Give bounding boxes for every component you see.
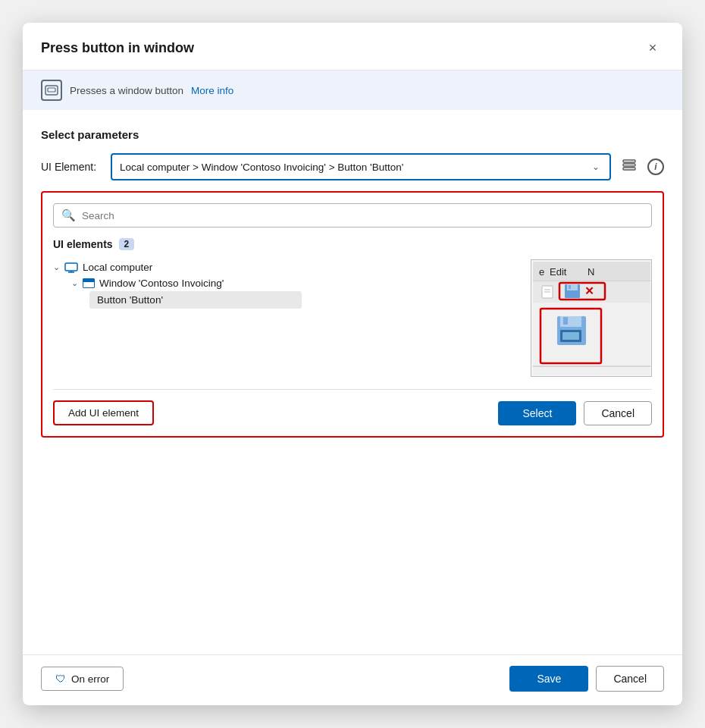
- save-button[interactable]: Save: [509, 666, 588, 692]
- svg-rect-28: [562, 332, 579, 340]
- chevron-collapse-icon: ⌄: [53, 262, 60, 272]
- element-tree: ⌄ Local computer ⌄ Window 'Contoso Invoi…: [53, 259, 519, 309]
- search-icon: 🔍: [61, 209, 76, 222]
- field-label: UI Element:: [41, 161, 103, 173]
- svg-text:Edit: Edit: [550, 266, 567, 278]
- svg-rect-2: [623, 164, 635, 166]
- shield-icon: 🛡: [55, 673, 66, 685]
- ui-elements-header: UI elements 2: [53, 238, 652, 250]
- svg-text:N: N: [588, 266, 594, 278]
- tree-button-label: Button 'Button': [97, 294, 163, 306]
- ui-element-value: Local computer > Window 'Contoso Invoici…: [120, 162, 590, 173]
- cancel-button[interactable]: Cancel: [596, 666, 664, 692]
- info-text: Presses a window button: [70, 85, 183, 96]
- select-button[interactable]: Select: [498, 401, 576, 425]
- svg-rect-21: [569, 285, 571, 289]
- svg-text:e: e: [539, 266, 544, 278]
- dropdown-footer: Add UI element Select Cancel: [53, 389, 652, 425]
- tree-item-root[interactable]: ⌄ Local computer: [53, 259, 519, 275]
- on-error-label: On error: [71, 673, 109, 685]
- search-box: 🔍: [53, 203, 652, 228]
- preview-image: e Edit N: [531, 259, 652, 377]
- svg-rect-4: [623, 160, 635, 162]
- ui-elements-label: UI elements: [53, 238, 113, 250]
- info-icon[interactable]: i: [647, 158, 664, 175]
- tree-root-label: Local computer: [83, 262, 152, 273]
- ui-element-dropdown[interactable]: Local computer > Window 'Contoso Invoici…: [111, 153, 611, 180]
- info-bar: Presses a window button More info: [23, 71, 682, 110]
- ui-elements-badge: 2: [119, 238, 135, 250]
- window-icon: [83, 278, 95, 288]
- layers-icon[interactable]: [619, 156, 640, 177]
- close-button[interactable]: ×: [641, 36, 664, 59]
- svg-text:✕: ✕: [584, 284, 594, 297]
- more-info-link[interactable]: More info: [191, 85, 233, 96]
- chevron-down-icon: ⌄: [590, 161, 602, 173]
- section-title: Select parameters: [41, 128, 664, 141]
- dropdown-panel: 🔍 UI elements 2 ⌄: [41, 191, 664, 438]
- press-button-icon: [41, 80, 62, 101]
- tree-window-label: Window 'Contoso Invoicing': [99, 278, 224, 289]
- dialog: Press button in window × Presses a windo…: [23, 23, 682, 705]
- dropdown-cancel-button[interactable]: Cancel: [584, 401, 652, 425]
- on-error-button[interactable]: 🛡 On error: [41, 667, 124, 691]
- svg-rect-3: [623, 168, 635, 170]
- dropdown-action-buttons: Select Cancel: [498, 401, 652, 425]
- dialog-title: Press button in window: [41, 40, 194, 56]
- svg-rect-26: [563, 317, 568, 325]
- chevron-window-icon: ⌄: [71, 278, 78, 288]
- tree-area: ⌄ Local computer ⌄ Window 'Contoso Invoi…: [53, 259, 652, 377]
- monitor-icon: [64, 262, 78, 273]
- dialog-header: Press button in window ×: [23, 23, 682, 71]
- footer-actions: Save Cancel: [509, 666, 664, 692]
- tree-item-window[interactable]: ⌄ Window 'Contoso Invoicing': [71, 275, 519, 291]
- svg-rect-1: [48, 88, 55, 92]
- dialog-body: Select parameters UI Element: Local comp…: [23, 110, 682, 654]
- dialog-footer: 🛡 On error Save Cancel: [23, 654, 682, 705]
- add-ui-element-button[interactable]: Add UI element: [53, 400, 154, 425]
- field-row: UI Element: Local computer > Window 'Con…: [41, 153, 664, 180]
- tree-item-button[interactable]: Button 'Button': [89, 291, 302, 309]
- svg-rect-5: [65, 263, 77, 271]
- search-input[interactable]: [82, 210, 644, 221]
